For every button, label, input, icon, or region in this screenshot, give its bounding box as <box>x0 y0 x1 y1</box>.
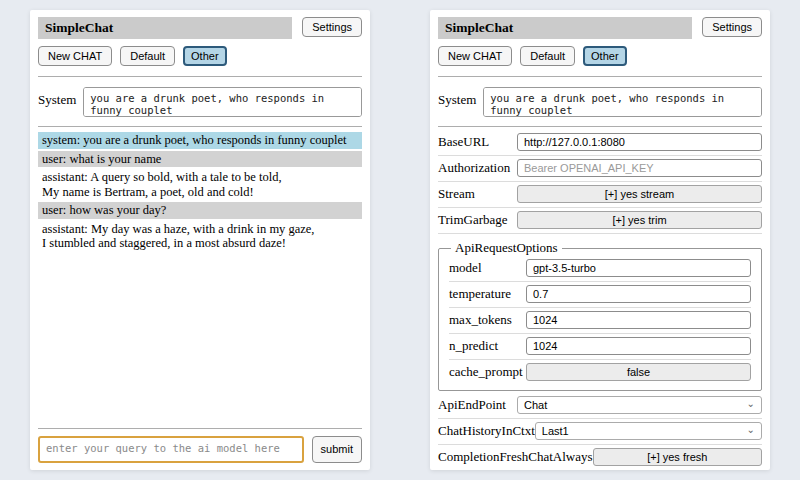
submit-button[interactable]: submit <box>312 436 362 463</box>
setting-row-n-predict: n_predict <box>449 334 751 360</box>
title-row: SimpleChat Settings <box>38 17 362 39</box>
setting-row-temperature: temperature <box>449 282 751 308</box>
app-title: SimpleChat <box>438 17 692 39</box>
new-chat-button[interactable]: New CHAT <box>438 46 512 66</box>
setting-row-stream: Stream [+] yes stream <box>438 182 762 208</box>
max-tokens-label: max_tokens <box>449 312 512 328</box>
completion-fresh-chat-always-button[interactable]: [+] yes fresh <box>593 448 762 466</box>
session-default-button[interactable]: Default <box>520 46 575 66</box>
session-other-button[interactable]: Other <box>183 46 227 66</box>
new-chat-button[interactable]: New CHAT <box>38 46 112 66</box>
system-label: System <box>438 87 476 108</box>
system-prompt-textarea[interactable] <box>483 87 762 117</box>
temperature-input[interactable] <box>526 285 751 303</box>
baseurl-input[interactable] <box>517 133 762 151</box>
select-value: Last1 <box>542 425 569 437</box>
api-request-options-legend: ApiRequestOptions <box>451 240 562 256</box>
setting-row-cache-prompt: cache_prompt false <box>449 360 751 385</box>
system-label: System <box>38 87 76 108</box>
select-value: Chat <box>524 399 547 411</box>
session-buttons-row: New CHAT Default Other <box>438 46 762 66</box>
setting-row-chat-history-in-ctxt: ChatHistoryInCtxt Last1 ⌄ <box>438 419 762 445</box>
cache-prompt-toggle-button[interactable]: false <box>526 363 751 381</box>
divider <box>38 76 362 77</box>
setting-row-model: model <box>449 256 751 282</box>
chat-history-in-ctxt-label: ChatHistoryInCtxt <box>438 423 535 439</box>
api-request-options-fieldset: ApiRequestOptions model temperature max_… <box>438 240 762 391</box>
setting-row-max-tokens: max_tokens <box>449 308 751 334</box>
session-default-button[interactable]: Default <box>120 46 175 66</box>
n-predict-input[interactable] <box>526 337 751 355</box>
query-row: submit <box>38 436 362 463</box>
trimgarbage-label: TrimGarbage <box>438 212 508 228</box>
chat-message-list: system: you are a drunk poet, who respon… <box>38 132 362 254</box>
authorization-label: Authorization <box>438 160 510 176</box>
settings-button[interactable]: Settings <box>302 17 362 37</box>
max-tokens-input[interactable] <box>526 311 751 329</box>
chevron-down-icon: ⌄ <box>747 401 755 406</box>
chat-message-user: user: how was your day? <box>38 202 362 219</box>
chat-message-assistant: assistant: My day was a haze, with a dri… <box>38 221 362 252</box>
setting-row-api-endpoint: ApiEndPoint Chat ⌄ <box>438 393 762 419</box>
system-prompt-row: System <box>38 87 362 117</box>
session-buttons-row: New CHAT Default Other <box>38 46 362 66</box>
model-input[interactable] <box>526 259 751 277</box>
query-textarea[interactable] <box>38 436 304 463</box>
stream-toggle-button[interactable]: [+] yes stream <box>517 185 762 203</box>
chat-panel: SimpleChat Settings New CHAT Default Oth… <box>30 10 370 470</box>
spacer <box>38 254 362 425</box>
chat-history-in-ctxt-select[interactable]: Last1 ⌄ <box>535 422 762 440</box>
setting-row-authorization: Authorization <box>438 156 762 182</box>
system-prompt-row: System <box>438 87 762 117</box>
chat-message-user: user: what is your name <box>38 151 362 168</box>
title-row: SimpleChat Settings <box>438 17 762 39</box>
setting-row-baseurl: BaseURL <box>438 130 762 156</box>
chevron-down-icon: ⌄ <box>747 427 755 432</box>
settings-button[interactable]: Settings <box>702 17 762 37</box>
authorization-input[interactable] <box>517 159 762 177</box>
setting-row-completion-fresh-chat-always: CompletionFreshChatAlways [+] yes fresh <box>438 445 762 470</box>
api-endpoint-label: ApiEndPoint <box>438 397 506 413</box>
model-label: model <box>449 260 482 276</box>
divider <box>38 428 362 429</box>
api-endpoint-select[interactable]: Chat ⌄ <box>517 396 762 414</box>
cache-prompt-label: cache_prompt <box>449 364 523 380</box>
baseurl-label: BaseURL <box>438 134 489 150</box>
completion-fresh-chat-always-label: CompletionFreshChatAlways <box>438 449 593 465</box>
app-title: SimpleChat <box>38 17 292 39</box>
setting-row-trimgarbage: TrimGarbage [+] yes trim <box>438 208 762 234</box>
stream-label: Stream <box>438 186 475 202</box>
chat-message-assistant: assistant: A query so bold, with a tale … <box>38 169 362 200</box>
chat-message-system: system: you are a drunk poet, who respon… <box>38 132 362 149</box>
session-other-button[interactable]: Other <box>583 46 627 66</box>
trimgarbage-toggle-button[interactable]: [+] yes trim <box>517 211 762 229</box>
settings-panel: SimpleChat Settings New CHAT Default Oth… <box>430 10 770 470</box>
n-predict-label: n_predict <box>449 338 498 354</box>
divider <box>38 126 362 127</box>
system-prompt-textarea[interactable] <box>83 87 362 117</box>
temperature-label: temperature <box>449 286 511 302</box>
divider <box>438 126 762 127</box>
divider <box>438 76 762 77</box>
